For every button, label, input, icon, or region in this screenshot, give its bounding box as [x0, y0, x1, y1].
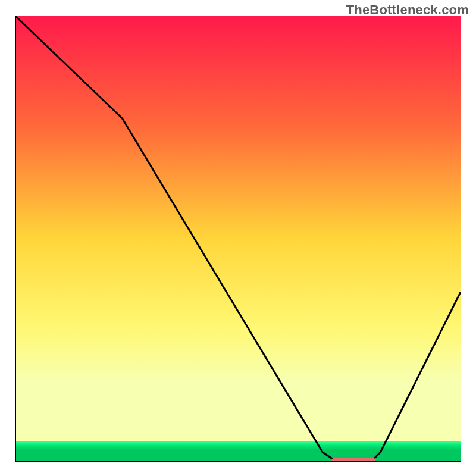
plot-background [15, 16, 461, 461]
chart-root: TheBottleneck.com [0, 0, 476, 476]
watermark-label: TheBottleneck.com [346, 2, 469, 18]
bottleneck-chart [0, 0, 476, 476]
